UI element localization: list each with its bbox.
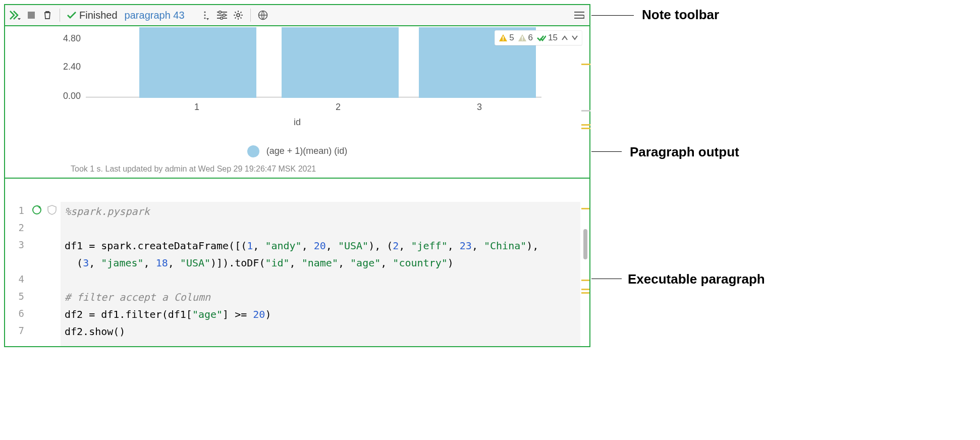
legend-swatch [247,145,259,157]
prev-highlight-button[interactable] [562,35,568,40]
toolbar-separator [250,9,251,22]
callout-line [591,279,622,279]
run-status: Finished [67,10,118,21]
executable-paragraph: 1 2 3 4 5 6 7 %spark.pyspark df1 = spark… [4,179,590,347]
svg-rect-16 [503,39,504,40]
svg-point-3 [204,17,205,19]
run-gutter-icon[interactable] [31,204,42,215]
callout-line [591,15,634,16]
callout-toolbar: Note toolbar [642,7,719,23]
check-icon [67,12,76,19]
run-all-button[interactable] [8,8,22,22]
more-actions-button[interactable] [199,8,213,22]
wrap-button[interactable] [572,8,586,22]
y-tick: 4.80 [50,33,81,44]
svg-point-1 [204,11,205,13]
weak-warning-count[interactable]: 6 [518,33,533,43]
x-axis-label: id [5,117,589,128]
run-status-label: Finished [79,10,118,21]
gutter-marker [581,278,590,283]
callout-code: Executable paragraph [628,271,765,287]
note-toolbar: Finished paragraph 43 [4,4,590,26]
warning-count[interactable]: 5 [499,33,514,43]
svg-point-2 [204,14,205,16]
settings-button[interactable] [231,8,245,22]
svg-rect-17 [522,36,523,39]
browser-button[interactable] [256,8,270,22]
y-tick: 0.00 [50,91,81,101]
paragraph-link[interactable]: paragraph 43 [125,10,185,21]
svg-rect-18 [522,39,523,40]
paragraph-output: 4.80 2.40 0.00 1 2 3 id (age + 1)(mean) … [4,26,590,179]
stop-button[interactable] [24,8,38,22]
code-editor[interactable]: %spark.pyspark df1 = spark.createDataFra… [61,202,580,346]
x-tick: 3 [469,102,489,113]
gutter-marker [581,122,590,131]
svg-point-7 [223,14,225,17]
delete-button[interactable] [40,8,55,22]
ok-count[interactable]: 15 [537,33,558,43]
callout-output: Paragraph output [630,144,739,160]
sliders-button[interactable] [215,8,229,22]
legend-label: (age + 1)(mean) (id) [266,146,348,156]
execution-footer: Took 1 s. Last updated by admin at Wed S… [71,164,316,174]
gutter-marker [581,206,590,211]
svg-point-9 [220,17,223,20]
scrollbar-thumb[interactable] [583,229,587,259]
svg-point-10 [237,14,240,17]
y-tick: 2.40 [50,62,81,72]
toolbar-separator [60,9,60,22]
shield-icon [47,205,57,215]
svg-rect-0 [28,12,35,19]
chart-bar [282,27,399,98]
bar-chart: 1 2 3 [86,26,545,127]
x-tick: 2 [328,102,348,113]
x-tick: 1 [187,102,207,113]
gutter-marker [581,287,590,296]
svg-rect-15 [503,36,504,39]
line-number-gutter: 1 2 3 4 5 6 7 [5,202,28,339]
svg-point-5 [219,11,221,14]
next-highlight-button[interactable] [572,35,578,40]
chart-legend: (age + 1)(mean) (id) [5,145,589,157]
inspections-widget[interactable]: 5 6 15 [495,30,582,45]
chart-bar [139,27,256,98]
callout-line [591,151,622,152]
gutter-marker [581,62,590,67]
gutter-marker [581,108,590,114]
